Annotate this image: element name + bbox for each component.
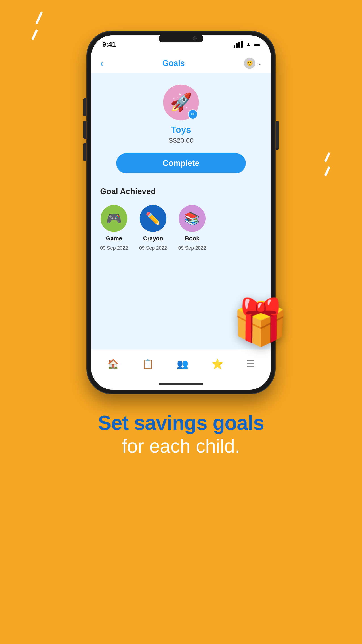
bottom-caption: Set savings goals for each child. <box>98 412 264 458</box>
tab-list[interactable]: 📋 <box>137 356 158 372</box>
camera <box>193 36 197 40</box>
book-item-date: 09 Sep 2022 <box>178 245 206 251</box>
family-icon: 👥 <box>177 358 188 370</box>
home-indicator <box>91 378 271 390</box>
crayon-item-date: 09 Sep 2022 <box>139 245 167 251</box>
back-button[interactable]: ‹ <box>100 59 103 68</box>
goal-achieved-title: Goal Achieved <box>100 187 262 196</box>
goal-amount: S$20.00 <box>168 137 194 144</box>
game-icon-circle: 🎮 <box>100 205 127 232</box>
edit-badge[interactable]: ✏ <box>188 109 198 119</box>
signal-icon <box>234 41 243 48</box>
game-item-date: 09 Sep 2022 <box>100 245 128 251</box>
achieved-item-book[interactable]: 📚 Book 09 Sep 2022 <box>178 205 206 251</box>
goal-avatar-wrapper: 🚀 ✏ <box>163 84 199 120</box>
content-area: 🚀 ✏ Toys S$20.00 Complete Goal Achieved <box>91 73 271 349</box>
chevron-down-icon[interactable]: ⌄ <box>257 60 262 66</box>
goal-name: Toys <box>171 125 191 135</box>
book-item-name: Book <box>185 235 199 242</box>
edit-icon: ✏ <box>191 111 195 117</box>
phone-screen: 9:41 ▲ ▬ ‹ Goals 😊 ⌄ <box>91 35 271 390</box>
nav-right: 😊 ⌄ <box>244 58 262 69</box>
nav-header: ‹ Goals 😊 ⌄ <box>91 53 271 73</box>
status-time: 9:41 <box>102 40 116 48</box>
game-item-name: Game <box>106 235 122 242</box>
book-icon-circle: 📚 <box>179 205 206 232</box>
goal-avatar-emoji: 🚀 <box>170 92 192 113</box>
tab-bar: 🏠 📋 👥 ⭐ ☰ <box>91 349 271 378</box>
wifi-icon: ▲ <box>246 41 251 48</box>
home-icon: 🏠 <box>107 358 119 370</box>
battery-icon: ▬ <box>254 41 260 48</box>
home-indicator-bar <box>159 383 203 385</box>
subheadline-text: for each child. <box>98 435 264 458</box>
list-icon: 📋 <box>142 358 153 370</box>
achieved-item-game[interactable]: 🎮 Game 09 Sep 2022 <box>100 205 128 251</box>
achieved-items: 🎮 Game 09 Sep 2022 ✏️ Crayon 09 Sep 2022 <box>100 205 262 251</box>
phone-mockup: 9:41 ▲ ▬ ‹ Goals 😊 ⌄ <box>87 31 275 394</box>
avatar[interactable]: 😊 <box>244 58 255 69</box>
notch <box>159 34 203 42</box>
tab-menu[interactable]: ☰ <box>242 356 259 372</box>
achieved-item-crayon[interactable]: ✏️ Crayon 09 Sep 2022 <box>139 205 167 251</box>
status-icons: ▲ ▬ <box>234 41 260 48</box>
deco-top-left <box>29 7 47 47</box>
headline-text: Set savings goals <box>98 412 264 435</box>
tab-family[interactable]: 👥 <box>172 356 193 372</box>
menu-icon: ☰ <box>246 358 255 370</box>
page-title: Goals <box>162 58 185 68</box>
goal-achieved-section: Goal Achieved 🎮 Game 09 Sep 2022 ✏️ Cray… <box>100 187 262 251</box>
tab-home[interactable]: 🏠 <box>103 356 123 372</box>
crayon-item-name: Crayon <box>143 235 163 242</box>
deco-right <box>326 152 329 180</box>
crayon-icon-circle: ✏️ <box>140 205 166 232</box>
gift-decoration: 🎁 <box>232 300 271 344</box>
star-icon: ⭐ <box>212 358 223 370</box>
tab-favorites[interactable]: ⭐ <box>207 356 228 372</box>
complete-button[interactable]: Complete <box>116 153 246 173</box>
